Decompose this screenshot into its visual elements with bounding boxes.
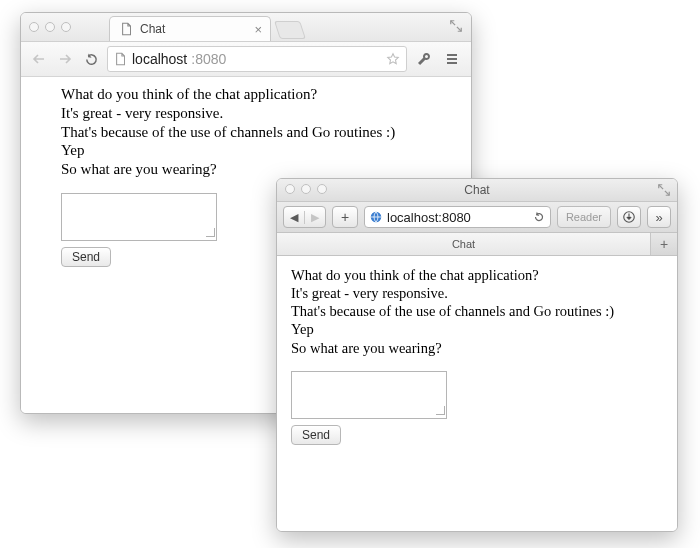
chrome-traffic-lights: [29, 22, 71, 32]
site-globe-icon: [369, 210, 383, 224]
reload-icon[interactable]: [532, 210, 546, 224]
bookmark-star-icon[interactable]: [386, 52, 400, 66]
chrome-toolbar: localhost:8080: [21, 42, 471, 77]
chat-message: So what are you wearing?: [61, 160, 431, 179]
back-button[interactable]: ◀: [284, 211, 304, 224]
safari-titlebar: Chat: [277, 179, 677, 202]
chat-message: What do you think of the chat applicatio…: [61, 85, 431, 104]
downloads-button[interactable]: [617, 206, 641, 228]
new-tab-button[interactable]: [274, 21, 306, 39]
safari-tab-bar: Chat +: [277, 233, 677, 256]
safari-tab-chat[interactable]: Chat: [277, 233, 651, 255]
safari-window: Chat ◀ ▶ + localhost:8080 Reader: [276, 178, 678, 532]
safari-traffic-lights: [285, 184, 327, 194]
close-tab-icon[interactable]: ×: [254, 22, 262, 37]
fullscreen-icon[interactable]: [449, 19, 463, 33]
chrome-omnibox[interactable]: localhost:8080: [107, 46, 407, 72]
chat-input[interactable]: [61, 193, 217, 241]
minimize-window-icon[interactable]: [301, 184, 311, 194]
back-button[interactable]: [29, 49, 49, 69]
chat-message: That's because of the use of channels an…: [291, 302, 663, 320]
back-arrow-icon: [31, 51, 47, 67]
page-icon: [120, 22, 134, 36]
url-port: :8080: [191, 51, 226, 67]
forward-arrow-icon: [57, 51, 73, 67]
chrome-tab-title: Chat: [140, 22, 165, 36]
add-bookmark-button[interactable]: +: [332, 206, 358, 228]
new-tab-button[interactable]: +: [651, 233, 677, 255]
safari-window-title: Chat: [464, 183, 489, 197]
wrench-icon: [416, 51, 432, 67]
chat-message: It's great - very responsive.: [61, 104, 431, 123]
chrome-titlebar: Chat ×: [21, 13, 471, 42]
safari-tab-title: Chat: [452, 238, 475, 250]
page-icon: [114, 52, 128, 66]
reload-button[interactable]: [81, 49, 101, 69]
reader-label: Reader: [566, 211, 602, 223]
chat-message: What do you think of the chat applicatio…: [291, 266, 663, 284]
chrome-tab-chat[interactable]: Chat ×: [109, 16, 271, 41]
close-window-icon[interactable]: [29, 22, 39, 32]
wrench-button[interactable]: [413, 48, 435, 70]
chevron-right-icon: »: [655, 210, 662, 225]
safari-toolbar: ◀ ▶ + localhost:8080 Reader »: [277, 202, 677, 233]
safari-address-bar[interactable]: localhost:8080: [364, 206, 551, 228]
close-window-icon[interactable]: [285, 184, 295, 194]
zoom-window-icon[interactable]: [317, 184, 327, 194]
zoom-window-icon[interactable]: [61, 22, 71, 32]
forward-button[interactable]: [55, 49, 75, 69]
chat-input[interactable]: [291, 371, 447, 419]
safari-page: What do you think of the chat applicatio…: [277, 256, 677, 532]
chat-message: It's great - very responsive.: [291, 284, 663, 302]
reload-icon: [84, 52, 99, 67]
minimize-window-icon[interactable]: [45, 22, 55, 32]
textarea-resize-icon[interactable]: [205, 227, 215, 237]
safari-nav-segment: ◀ ▶: [283, 206, 326, 228]
overflow-button[interactable]: »: [647, 206, 671, 228]
send-button[interactable]: Send: [61, 247, 111, 267]
forward-button[interactable]: ▶: [304, 211, 325, 224]
chat-message: That's because of the use of channels an…: [61, 123, 431, 142]
send-button[interactable]: Send: [291, 425, 341, 445]
url-host: localhost: [132, 51, 187, 67]
safari-url: localhost:8080: [387, 210, 528, 225]
chat-message: So what are you wearing?: [291, 339, 663, 357]
textarea-resize-icon[interactable]: [435, 405, 445, 415]
hamburger-icon: [444, 51, 460, 67]
download-icon: [622, 210, 636, 224]
chrome-tab-strip: Chat ×: [109, 15, 303, 41]
chat-message: Yep: [61, 141, 431, 160]
reader-button[interactable]: Reader: [557, 206, 611, 228]
fullscreen-icon[interactable]: [657, 183, 671, 197]
menu-button[interactable]: [441, 48, 463, 70]
chat-message: Yep: [291, 320, 663, 338]
